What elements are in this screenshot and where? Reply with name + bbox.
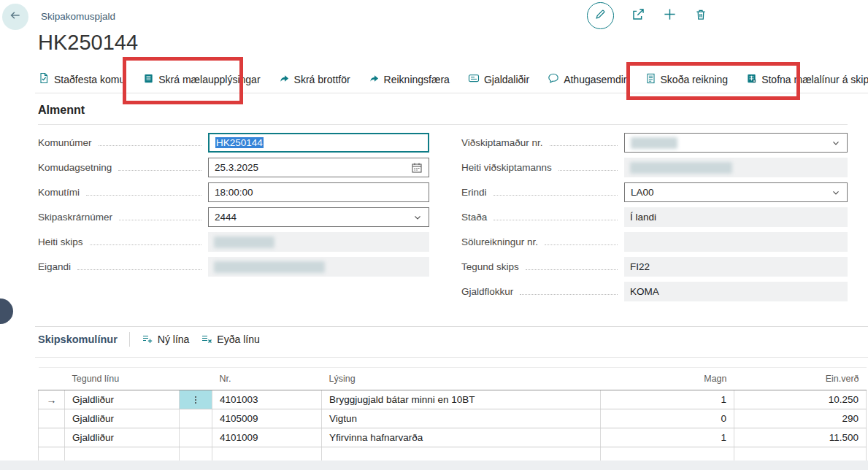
column-header-einverd[interactable]: Ein.verð bbox=[734, 368, 867, 390]
new-line-button[interactable]: Ný lína bbox=[142, 333, 190, 347]
field-komunumer: Komunúmer HK250144 bbox=[38, 133, 429, 153]
stada-value: Í landi bbox=[630, 212, 656, 223]
heiti-vidskiptamanns-field bbox=[624, 158, 848, 177]
row-options-button[interactable] bbox=[180, 390, 212, 409]
tegund-skips-field: FI22 bbox=[624, 257, 848, 277]
komudagsetning-input[interactable]: 25.3.2025 bbox=[208, 158, 429, 177]
dotted-leader bbox=[99, 145, 201, 146]
action-athugasemdir[interactable]: Athugasemdir bbox=[548, 72, 626, 86]
cell-magn[interactable]: 1 bbox=[601, 428, 734, 447]
action-bar: Staðfesta komu Skrá mælaupplýsingar Skrá… bbox=[38, 69, 868, 89]
gjaldflokkur-field: KOMA bbox=[624, 282, 848, 301]
row-marker-cell bbox=[39, 409, 65, 428]
table-row: → Gjaldliður 4101003 Bryggjugjald bátar … bbox=[39, 390, 867, 409]
field-label: Skipaskrárnúmer bbox=[38, 212, 112, 223]
new-button[interactable] bbox=[663, 7, 677, 24]
share-button[interactable] bbox=[631, 7, 645, 24]
cell-einverd[interactable]: 11.500 bbox=[734, 428, 867, 447]
gjaldflokkur-value: KOMA bbox=[630, 286, 659, 297]
page-bottom-strip bbox=[0, 461, 868, 470]
field-label: Komutími bbox=[38, 187, 80, 198]
actionbar-divider bbox=[35, 93, 868, 93]
field-heiti-skips: Heiti skips bbox=[38, 232, 429, 252]
column-header-nr[interactable]: Nr. bbox=[212, 368, 322, 390]
action-stadfesta-komu[interactable]: Staðfesta komu bbox=[38, 72, 125, 86]
section-title-almennt[interactable]: Almennt bbox=[38, 104, 85, 117]
dotted-leader bbox=[77, 269, 201, 270]
action-label: Skrá mælaupplýsingar bbox=[158, 74, 260, 85]
lines-bottom-divider bbox=[35, 357, 868, 358]
erindi-input[interactable]: LA00 bbox=[624, 182, 848, 202]
cell-lysing[interactable]: Vigtun bbox=[322, 409, 601, 428]
cell-magn[interactable]: 1 bbox=[601, 390, 734, 409]
cell-lysing[interactable]: Bryggjugjald bátar minni en 10BT bbox=[322, 390, 601, 409]
action-skra-maelaupplysingar[interactable]: Skrá mælaupplýsingar bbox=[143, 73, 260, 86]
action-skoda-reikning[interactable]: Skoða reikning bbox=[645, 73, 729, 86]
plus-icon bbox=[663, 7, 677, 24]
action-label: Skoða reikning bbox=[661, 74, 729, 85]
komunumer-input[interactable]: HK250144 bbox=[208, 133, 429, 153]
lines-section-title[interactable]: Skipskomulínur bbox=[38, 334, 118, 345]
cell-einverd[interactable]: 10.250 bbox=[734, 390, 867, 409]
dotted-leader bbox=[493, 195, 618, 196]
cell-tegund[interactable]: Gjaldliður bbox=[65, 409, 180, 428]
current-row-arrow-icon: → bbox=[39, 390, 65, 409]
action-gjaldalidir[interactable]: Gjaldaliðir bbox=[468, 72, 529, 86]
column-header-tegund-linu[interactable]: Tegund línu bbox=[65, 368, 180, 390]
pencil-icon bbox=[594, 8, 607, 23]
back-arrow-icon bbox=[9, 9, 22, 25]
back-button[interactable] bbox=[2, 4, 28, 30]
cell-tegund[interactable]: Gjaldliður bbox=[65, 390, 180, 409]
cell-nr[interactable]: 4101003 bbox=[212, 390, 322, 409]
redacted-value bbox=[214, 236, 274, 248]
dotted-leader bbox=[90, 244, 201, 245]
tegund-skips-value: FI22 bbox=[630, 261, 650, 272]
redacted-value bbox=[631, 137, 677, 149]
breadcrumb[interactable]: Skipakomuspjald bbox=[41, 11, 115, 22]
trash-icon bbox=[694, 8, 707, 24]
chevron-down-icon[interactable] bbox=[831, 138, 841, 148]
field-heiti-vidskiptamanns: Heiti viðskiptamanns bbox=[461, 158, 848, 177]
cell-nr[interactable]: 4101009 bbox=[212, 428, 322, 447]
solureikningur-field bbox=[624, 232, 848, 252]
skipaskrarnumer-input[interactable]: 2444 bbox=[208, 207, 429, 227]
field-label: Tegund skips bbox=[461, 261, 519, 272]
lines-table: Tegund línu Nr. Lýsing Magn Ein.verð → G… bbox=[38, 367, 867, 466]
field-label: Komunúmer bbox=[38, 137, 92, 148]
field-eigandi: Eigandi bbox=[38, 257, 429, 277]
dotted-leader bbox=[86, 195, 201, 196]
field-label: Staða bbox=[461, 212, 487, 223]
redacted-value bbox=[630, 162, 732, 174]
delete-button[interactable] bbox=[694, 8, 707, 24]
action-stofna-maelalinur[interactable]: Stofna mælalínur á skipskomu bbox=[746, 73, 868, 86]
column-header-lysing[interactable]: Lýsing bbox=[322, 368, 601, 390]
komutimi-input[interactable]: 18:00:00 bbox=[208, 182, 429, 202]
komunumer-value: HK250144 bbox=[215, 137, 264, 148]
row-options-cell[interactable] bbox=[180, 409, 212, 428]
side-panel-handle[interactable] bbox=[0, 298, 13, 324]
field-tegund-skips: Tegund skips FI22 bbox=[461, 257, 848, 277]
row-marker-cell bbox=[39, 428, 65, 447]
chevron-down-icon[interactable] bbox=[412, 212, 423, 223]
action-reikningsfaera[interactable]: Reikningsfæra bbox=[369, 73, 450, 86]
dotted-leader bbox=[520, 294, 618, 295]
vidskiptamadur-input[interactable] bbox=[624, 133, 848, 153]
calendar-icon[interactable] bbox=[411, 162, 423, 174]
stada-field: Í landi bbox=[624, 207, 848, 227]
cell-nr[interactable]: 4105009 bbox=[212, 409, 322, 428]
edit-button[interactable] bbox=[587, 2, 614, 29]
chevron-down-icon[interactable] bbox=[831, 188, 841, 198]
cell-magn[interactable]: 0 bbox=[601, 409, 734, 428]
cell-tegund[interactable]: Gjaldliður bbox=[65, 428, 180, 447]
eigandi-field bbox=[208, 257, 429, 277]
cell-einverd[interactable]: 290 bbox=[734, 409, 867, 428]
curved-arrow-icon bbox=[369, 73, 380, 86]
delete-line-button[interactable]: Eyða línu bbox=[201, 333, 259, 347]
column-header-magn[interactable]: Magn bbox=[601, 368, 734, 390]
cell-lysing[interactable]: Yfirvinna hafnarvarða bbox=[322, 428, 601, 447]
field-komutimi: Komutími 18:00:00 bbox=[38, 182, 429, 202]
action-label: Stofna mælalínur á skipskomu bbox=[761, 74, 868, 85]
row-options-cell[interactable] bbox=[180, 428, 212, 447]
vertical-separator bbox=[129, 332, 130, 347]
action-skra-brottfor[interactable]: Skrá brottför bbox=[279, 73, 350, 86]
